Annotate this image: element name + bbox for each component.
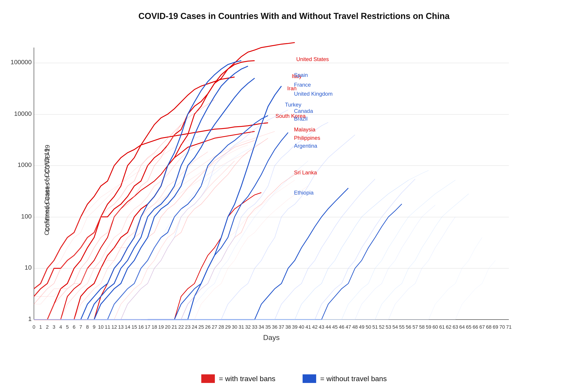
svg-text:Philippines: Philippines <box>294 135 320 141</box>
svg-text:43: 43 <box>319 324 324 330</box>
svg-text:41: 41 <box>305 324 311 330</box>
chart-area: 1 10 100 1000 10000 100000 0 1 2 3 4 5 6… <box>34 30 525 347</box>
svg-text:22: 22 <box>178 324 184 330</box>
svg-text:Ethiopia: Ethiopia <box>294 190 314 196</box>
svg-text:42: 42 <box>312 324 318 330</box>
svg-text:38: 38 <box>285 324 291 330</box>
svg-text:47: 47 <box>346 324 351 330</box>
svg-text:31: 31 <box>239 324 244 330</box>
bg-blue-11 <box>34 238 482 320</box>
svg-text:35: 35 <box>265 324 271 330</box>
svg-text:Days: Days <box>263 334 280 342</box>
svg-text:40: 40 <box>299 324 304 330</box>
svg-text:19: 19 <box>158 324 164 330</box>
svg-text:17: 17 <box>145 324 150 330</box>
svg-text:37: 37 <box>279 324 284 330</box>
svg-text:46: 46 <box>339 324 344 330</box>
chart-container: COVID-19 Cases in Countries With and Wit… <box>0 0 588 392</box>
svg-text:69: 69 <box>493 324 498 330</box>
line-turkey <box>148 86 282 320</box>
svg-text:21: 21 <box>172 324 177 330</box>
svg-text:54: 54 <box>392 324 398 330</box>
svg-text:48: 48 <box>352 324 358 330</box>
svg-text:33: 33 <box>252 324 257 330</box>
svg-text:Canada: Canada <box>294 108 313 114</box>
svg-text:49: 49 <box>359 324 364 330</box>
svg-text:13: 13 <box>118 324 123 330</box>
svg-text:70: 70 <box>499 324 505 330</box>
y-axis-label-container: Confirmed Cases of COVID-19 <box>4 30 91 347</box>
svg-text:Argentina: Argentina <box>294 143 317 149</box>
svg-text:24: 24 <box>192 324 197 330</box>
svg-text:Turkey: Turkey <box>285 102 301 108</box>
line-canada <box>61 116 268 320</box>
svg-text:27: 27 <box>212 324 217 330</box>
svg-text:16: 16 <box>138 324 144 330</box>
bg-blue-9 <box>34 205 435 320</box>
svg-text:Spain: Spain <box>294 72 308 78</box>
bg-blue-12 <box>34 260 496 320</box>
svg-text:12: 12 <box>111 324 117 330</box>
svg-text:45: 45 <box>332 324 338 330</box>
svg-text:58: 58 <box>419 324 425 330</box>
legend-without-bans-color <box>303 374 316 383</box>
svg-text:25: 25 <box>198 324 204 330</box>
svg-text:71: 71 <box>506 324 512 330</box>
svg-text:67: 67 <box>479 324 485 330</box>
svg-text:Brazil: Brazil <box>294 116 308 122</box>
svg-text:39: 39 <box>292 324 297 330</box>
svg-text:Sri Lanka: Sri Lanka <box>294 170 317 176</box>
legend-with-bans: = with travel bans <box>201 374 275 383</box>
svg-text:26: 26 <box>205 324 211 330</box>
svg-text:9: 9 <box>93 324 95 330</box>
svg-text:11: 11 <box>105 324 110 330</box>
svg-text:62: 62 <box>446 324 451 330</box>
svg-text:53: 53 <box>386 324 391 330</box>
svg-text:56: 56 <box>406 324 411 330</box>
line-italy <box>74 60 255 320</box>
chart-svg: 1 10 100 1000 10000 100000 0 1 2 3 4 5 6… <box>34 30 525 347</box>
svg-text:55: 55 <box>399 324 405 330</box>
chart-legend: = with travel bans = without travel bans <box>0 374 588 383</box>
svg-text:United Kingdom: United Kingdom <box>294 91 333 97</box>
svg-text:57: 57 <box>413 324 418 330</box>
svg-text:44: 44 <box>325 324 331 330</box>
legend-with-bans-color <box>201 374 215 383</box>
svg-text:68: 68 <box>486 324 492 330</box>
legend-without-bans-label: = without travel bans <box>320 374 387 383</box>
svg-text:28: 28 <box>218 324 224 330</box>
svg-text:France: France <box>294 82 311 88</box>
svg-text:63: 63 <box>453 324 458 330</box>
line-argentina <box>141 188 348 320</box>
svg-text:Malaysia: Malaysia <box>294 126 315 132</box>
svg-text:59: 59 <box>426 324 431 330</box>
svg-text:20: 20 <box>165 324 170 330</box>
svg-text:23: 23 <box>185 324 190 330</box>
svg-text:61: 61 <box>439 324 445 330</box>
svg-text:66: 66 <box>473 324 478 330</box>
svg-text:29: 29 <box>225 324 230 330</box>
svg-text:60: 60 <box>432 324 438 330</box>
line-spain <box>81 60 241 320</box>
svg-text:30: 30 <box>232 324 237 330</box>
svg-text:15: 15 <box>131 324 137 330</box>
svg-text:18: 18 <box>151 324 157 330</box>
legend-with-bans-label: = with travel bans <box>219 374 275 383</box>
chart-title: COVID-19 Cases in Countries With and Wit… <box>0 0 588 21</box>
svg-text:United States: United States <box>296 56 329 62</box>
svg-text:34: 34 <box>258 324 264 330</box>
svg-text:51: 51 <box>372 324 378 330</box>
svg-text:52: 52 <box>379 324 384 330</box>
legend-without-bans: = without travel bans <box>303 374 387 383</box>
y-axis-label-text: Confirmed Cases of COVID-19 <box>44 144 51 232</box>
svg-text:14: 14 <box>125 324 130 330</box>
svg-text:36: 36 <box>272 324 277 330</box>
bg-blue-dense-2 <box>201 180 455 320</box>
svg-text:65: 65 <box>466 324 471 330</box>
svg-text:64: 64 <box>459 324 465 330</box>
svg-text:32: 32 <box>245 324 251 330</box>
svg-text:10: 10 <box>98 324 103 330</box>
svg-text:50: 50 <box>366 324 371 330</box>
